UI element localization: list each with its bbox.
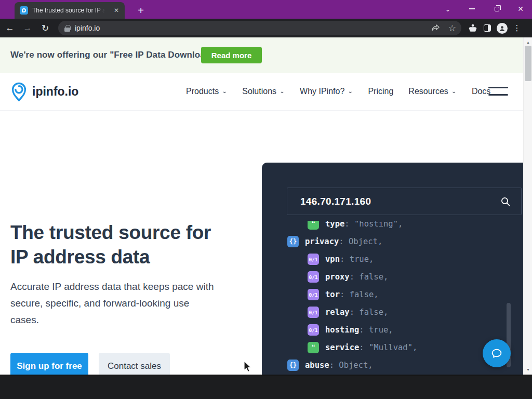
banner-text: We're now offering our "Free IP Data Dow… (10, 50, 220, 60)
chevron-down-icon: ⌄ (280, 88, 285, 94)
side-panel-icon[interactable] (482, 23, 493, 33)
nav-item-docs[interactable]: Docs (472, 87, 490, 96)
brand-name[interactable]: ipinfo.io (32, 85, 78, 99)
hero-title: The trusted source for IP address data (10, 220, 223, 269)
forward-button: → (20, 20, 35, 36)
restore-button[interactable] (485, 0, 508, 18)
ipinfo-logo[interactable]: ipinfo.io (10, 81, 78, 102)
tab-title: The trusted source for IP address (32, 7, 105, 14)
boolean-badge-icon: 0/1 (308, 289, 319, 300)
search-icon (500, 196, 511, 207)
site-navbar: ipinfo.io Products⌄ Solutions⌄ Why IPinf… (0, 73, 523, 111)
boolean-badge-icon: 0/1 (308, 307, 319, 318)
chat-icon (490, 347, 503, 360)
json-row-privacy: {}privacy: Object, (287, 234, 382, 249)
json-row-proxy: 0/1proxy: false, (308, 269, 388, 285)
address-bar[interactable]: ipinfo.io ☆ (58, 21, 461, 35)
ipinfo-favicon-icon (20, 6, 28, 15)
json-row-relay: 0/1relay: false, (308, 304, 388, 320)
reload-button[interactable]: ↻ (37, 20, 53, 36)
hero-description: Accurate IP address data that keeps pace… (10, 278, 214, 328)
object-badge-icon: {} (287, 236, 299, 247)
search-button[interactable] (490, 188, 521, 215)
chrome-menu-icon[interactable]: ⋮ (512, 23, 522, 33)
chat-widget-button[interactable] (483, 339, 511, 367)
boolean-badge-icon: 0/1 (308, 324, 319, 336)
tab-close-icon[interactable]: ✕ (112, 6, 121, 15)
scrollbar-thumb[interactable] (525, 46, 531, 81)
nav-item-resources[interactable]: Resources⌄ (408, 87, 457, 96)
back-button[interactable]: ← (2, 20, 18, 36)
ip-search-box (287, 188, 522, 215)
nav-item-why-ipinfo[interactable]: Why IPinfo?⌄ (300, 87, 353, 96)
boolean-badge-icon: 0/1 (308, 254, 319, 265)
webpage-viewport: We're now offering our "Free IP Data Dow… (0, 37, 523, 375)
browser-toolbar: ← → ↻ ipinfo.io ☆ ⋮ (0, 19, 532, 37)
lock-icon[interactable] (64, 25, 70, 32)
new-tab-button[interactable]: + (134, 4, 148, 17)
titlebar-chevron-icon[interactable]: ⌄ (436, 0, 459, 18)
nav-item-solutions[interactable]: Solutions⌄ (242, 87, 285, 96)
bookmark-star-icon[interactable]: ☆ (448, 23, 456, 34)
pin-icon (10, 81, 28, 102)
json-row-vpn: 0/1vpn: true, (308, 251, 374, 267)
hamburger-menu-icon[interactable] (488, 87, 508, 96)
ip-lookup-panel: ❝type: "hosting" , {}privacy: Object, 0/… (262, 163, 523, 375)
scroll-up-arrow-icon[interactable]: ▲ (524, 38, 532, 46)
announcement-banner: We're now offering our "Free IP Data Dow… (0, 37, 523, 73)
chevron-down-icon: ⌄ (451, 88, 457, 94)
browser-tab[interactable]: The trusted source for IP address ✕ (15, 2, 125, 19)
read-more-button[interactable]: Read more (201, 47, 262, 63)
toolbar-actions: ⋮ (468, 23, 522, 34)
json-row-tor: 0/1tor: false, (308, 287, 379, 302)
browser-titlebar: The trusted source for IP address ✕ + ⌄ … (0, 0, 532, 19)
object-badge-icon: {} (287, 360, 299, 371)
ip-search-input[interactable] (287, 196, 490, 207)
boolean-badge-icon: 0/1 (308, 271, 319, 283)
string-badge-icon: ❝ (308, 221, 319, 230)
json-row-service: ❝service: "Mullvad", (308, 340, 417, 355)
json-row-type: ❝type: "hosting" , (308, 221, 403, 232)
nav-item-products[interactable]: Products⌄ (186, 87, 227, 96)
json-row-abuse: {}abuse: Object, (287, 357, 373, 373)
scroll-down-arrow-icon[interactable]: ▼ (524, 366, 532, 374)
nav-items: Products⌄ Solutions⌄ Why IPinfo?⌄ Pricin… (186, 73, 490, 110)
page-scrollbar[interactable]: ▲ ▼ (523, 37, 532, 375)
mouse-cursor (243, 361, 255, 375)
taskbar: Search ^ (0, 376, 532, 399)
profile-avatar[interactable] (497, 23, 508, 34)
nav-item-pricing[interactable]: Pricing (368, 87, 393, 96)
minimize-button[interactable] (460, 0, 483, 18)
close-button[interactable]: ✕ (509, 0, 532, 18)
extensions-puzzle-icon[interactable] (468, 23, 478, 33)
desktop: The trusted source for IP address ✕ + ⌄ … (0, 0, 532, 399)
chevron-down-icon: ⌄ (348, 88, 353, 94)
signup-button[interactable]: Sign up for free (10, 353, 88, 375)
contact-sales-button[interactable]: Contact sales (99, 353, 170, 375)
string-badge-icon: ❝ (308, 342, 319, 353)
share-icon[interactable] (431, 23, 441, 33)
json-row-hosting: 0/1hosting: true, (308, 322, 393, 338)
chevron-down-icon: ⌄ (222, 88, 227, 94)
url-text[interactable]: ipinfo.io (75, 24, 100, 32)
